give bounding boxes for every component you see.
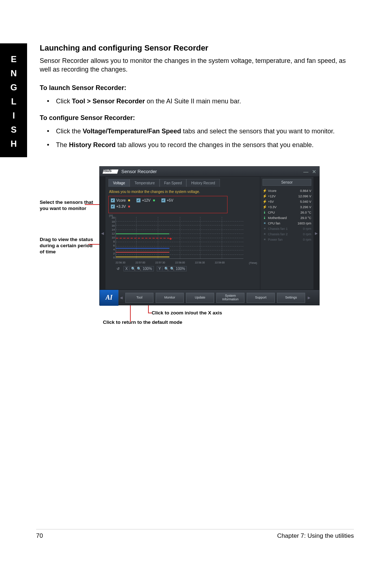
sensor-row: ✴Chassis fan 20 rpm bbox=[263, 231, 311, 237]
sensor-type-icon: ⚡ bbox=[263, 199, 267, 203]
tab-history-record[interactable]: History Record bbox=[186, 179, 220, 187]
configure-step-history: The History Record tab allows you to rec… bbox=[40, 141, 350, 149]
sensor-value: 0 rpm bbox=[303, 227, 311, 231]
tab-description: Allows you to monitor the changes in the… bbox=[109, 190, 257, 194]
sensor-name: MotherBoard bbox=[268, 216, 287, 220]
section-heading: Launching and configuring Sensor Recorde… bbox=[40, 43, 350, 53]
sensor-row: ⚡+12V12.096 V bbox=[263, 193, 311, 199]
sensor-select-area: ✔Vcore ✔+12V ✔+5V ✔+3.3V bbox=[108, 196, 228, 213]
sensor-type-icon: 🌡 bbox=[263, 216, 267, 220]
tab-voltage[interactable]: Voltage bbox=[108, 179, 130, 187]
zoom-reset-button[interactable]: ↺ bbox=[116, 266, 121, 271]
sensor-row: ⚡+3.3V3.296 V bbox=[263, 204, 311, 210]
launch-heading: To launch Sensor Recorder: bbox=[40, 84, 350, 92]
sensor-name: Vcore bbox=[268, 189, 277, 193]
sensor-value: 3.296 V bbox=[300, 205, 311, 209]
legend-dot-3v3 bbox=[128, 206, 130, 207]
trace-3v3 bbox=[116, 252, 169, 253]
sensor-name: +12V bbox=[268, 194, 276, 198]
sensor-row: ✴CPU fan1603 rpm bbox=[263, 220, 311, 226]
zoom-y-control[interactable]: Y :🔍🔍100% bbox=[157, 266, 187, 271]
plot-area[interactable]: ◆ bbox=[116, 217, 243, 259]
x-axis-label: (Time) bbox=[249, 261, 257, 265]
page-number: 70 bbox=[36, 532, 43, 540]
app-bottom-bar: AI ◀ Tool Monitor Update System Informat… bbox=[100, 289, 319, 305]
checkbox-12v[interactable]: ✔+12V bbox=[136, 198, 155, 202]
callout-select-sensors: Select the sensors that you want to moni… bbox=[40, 199, 98, 212]
checkbox-3v3[interactable]: ✔+3.3V bbox=[111, 205, 130, 209]
minimize-icon[interactable]: — bbox=[303, 169, 308, 175]
sensor-panel-heading: Sensor bbox=[263, 179, 311, 186]
sensor-row: ⚡Vcore0.864 V bbox=[263, 188, 311, 193]
scroll-right-button[interactable]: ▶ bbox=[313, 177, 319, 289]
bottom-monitor-button[interactable]: Monitor bbox=[156, 293, 184, 303]
zoom-controls: ↺ X :🔍🔍100% Y :🔍🔍100% bbox=[116, 266, 257, 271]
zoom-in-icon[interactable]: 🔍 bbox=[164, 267, 169, 271]
sensor-name: CPU bbox=[268, 211, 275, 214]
nav-left-button[interactable]: ◀ bbox=[118, 296, 124, 300]
sensor-row: ✴Chassis fan 10 rpm bbox=[263, 226, 311, 231]
tab-fan-speed[interactable]: Fan Speed bbox=[160, 179, 187, 187]
callout-zoom-x: Click to zoom in/out the X axis bbox=[152, 310, 222, 316]
sensor-value: 12.096 V bbox=[298, 194, 311, 198]
trace-vcore bbox=[116, 257, 169, 257]
sensor-type-icon: ⚡ bbox=[263, 189, 267, 193]
bottom-update-button[interactable]: Update bbox=[186, 293, 214, 303]
sensor-value: 0.864 V bbox=[300, 189, 311, 193]
chapter-label: Chapter 7: Using the utilities bbox=[277, 532, 354, 540]
page-footer: 70 Chapter 7: Using the utilities bbox=[36, 529, 354, 540]
tab-temperature[interactable]: Temperature bbox=[130, 179, 159, 187]
zoom-out-icon[interactable]: 🔍 bbox=[137, 267, 141, 271]
nav-right-button[interactable]: ▶ bbox=[306, 296, 312, 300]
bottom-support-button[interactable]: Support bbox=[247, 293, 275, 303]
voltage-chart[interactable]: (V) 20 18 16 14 12 10 8 6 4 2 0 bbox=[108, 215, 257, 267]
sensor-row: ⚡+5V5.040 V bbox=[263, 199, 311, 204]
sensor-side-panel: Sensor ⚡Vcore0.864 V⚡+12V12.096 V⚡+5V5.0… bbox=[260, 177, 313, 289]
screenshot-figure: Select the sensors that you want to moni… bbox=[40, 166, 350, 325]
sensor-value: 5.040 V bbox=[300, 200, 311, 203]
zoom-x-control[interactable]: X :🔍🔍100% bbox=[124, 266, 154, 271]
trace-marker: ◆ bbox=[169, 237, 172, 240]
title-bar[interactable]: Sensor Recorder — ✕ bbox=[100, 167, 319, 177]
configure-heading: To configure Sensor Recorder: bbox=[40, 114, 350, 122]
sensor-name: Chassis fan 2 bbox=[268, 232, 288, 236]
sensor-value: 0 rpm bbox=[303, 232, 311, 236]
sensor-row: 🌡MotherBoard29.0 °C bbox=[263, 215, 311, 220]
sensor-type-icon: ✴ bbox=[263, 232, 267, 236]
sensor-type-icon: ✴ bbox=[263, 237, 267, 241]
side-language-text: ENGLISH bbox=[9, 54, 19, 153]
side-language-bar: ENGLISH bbox=[0, 43, 27, 157]
sensor-name: +3.3V bbox=[268, 205, 277, 209]
launch-step: Click Tool > Sensor Recorder on the AI S… bbox=[40, 97, 350, 106]
sensor-name: CPU fan bbox=[268, 222, 280, 225]
bottom-settings-button[interactable]: Settings bbox=[277, 293, 305, 303]
sensor-type-icon: ✴ bbox=[263, 221, 267, 225]
close-icon[interactable]: ✕ bbox=[312, 169, 316, 175]
bottom-tool-button[interactable]: Tool bbox=[125, 293, 153, 303]
trace-red bbox=[116, 238, 169, 239]
sensor-row: 🌡CPU26.0 °C bbox=[263, 210, 311, 215]
sensor-type-icon: ⚡ bbox=[263, 205, 267, 209]
sensor-name: +5V bbox=[268, 200, 274, 203]
scroll-left-button[interactable]: ◀ bbox=[100, 177, 105, 289]
callout-reset: Click to return to the default mode bbox=[103, 319, 182, 326]
callout-drag-period: Drag to view the status during a certain… bbox=[40, 237, 98, 255]
sensor-recorder-window: Sensor Recorder — ✕ ◀ Voltage Temperatur… bbox=[99, 166, 320, 305]
page-content: Launching and configuring Sensor Recorde… bbox=[40, 43, 350, 158]
zoom-in-icon[interactable]: 🔍 bbox=[131, 267, 135, 271]
sensor-value: 26.0 °C bbox=[300, 211, 311, 214]
ai-suite-logo[interactable]: AI bbox=[100, 290, 118, 306]
checkbox-vcore[interactable]: ✔Vcore bbox=[111, 198, 130, 202]
sensor-row: ✴Power fan0 rpm bbox=[263, 237, 311, 242]
sensor-name: Power fan bbox=[268, 238, 283, 241]
trace-12v bbox=[116, 233, 169, 234]
sensor-type-icon: 🌡 bbox=[263, 210, 267, 214]
zoom-out-icon[interactable]: 🔍 bbox=[170, 267, 174, 271]
checkbox-5v[interactable]: ✔+5V bbox=[161, 198, 173, 202]
sensor-name: Chassis fan 1 bbox=[268, 227, 288, 231]
sensor-value: 0 rpm bbox=[303, 238, 311, 241]
configure-step-tabs: Click the Voltage/Temperature/Fan Speed … bbox=[40, 127, 350, 136]
bottom-sysinfo-button[interactable]: System Information bbox=[216, 293, 244, 303]
sensor-type-icon: ⚡ bbox=[263, 194, 267, 198]
asus-logo bbox=[103, 169, 118, 174]
